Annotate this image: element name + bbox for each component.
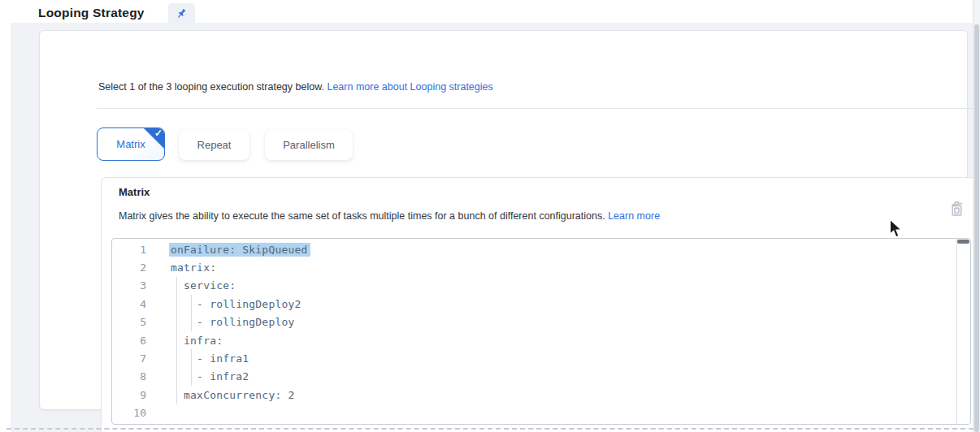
editor-lines: 1onFailure: SkipQueued2matrix:3 service:… [112,240,970,422]
page-title: Looping Strategy [38,6,145,20]
selected-corner: ✓ [143,127,165,149]
pin-button[interactable] [168,3,195,25]
intro-divider [97,108,980,109]
code-line[interactable]: 8 - infra2 [112,368,970,386]
looping-strategy-screen: Looping Strategy Select 1 of the 3 loopi… [0,0,980,432]
line-number: 5 [112,316,146,328]
code-line[interactable]: 1onFailure: SkipQueued [112,240,970,258]
editor-scrollbar-track[interactable] [956,239,970,424]
matrix-description-text: Matrix gives the ability to execute the … [119,210,605,222]
intro-text: Select 1 of the 3 looping execution stra… [98,81,493,93]
page-scrollbar-track[interactable] [973,0,980,432]
code-text[interactable]: matrix: [171,261,216,274]
yaml-editor[interactable]: 1onFailure: SkipQueued2matrix:3 service:… [111,238,971,425]
section-dashed-divider [7,428,973,430]
code-line[interactable]: 7 - infra1 [112,349,970,367]
indent-guide [191,349,192,386]
code-line[interactable]: 10 [112,404,970,422]
indent-guide [191,295,192,331]
matrix-panel-description: Matrix gives the ability to execute the … [119,210,660,222]
delete-strategy-button[interactable] [945,197,968,222]
line-number: 10 [112,407,146,419]
code-text[interactable]: - infra1 [171,352,249,365]
strategy-card: Select 1 of the 3 looping execution stra… [39,30,968,410]
code-text[interactable]: service: [171,279,236,292]
tab-matrix[interactable]: Matrix ✓ [97,127,165,161]
code-text[interactable]: infra: [171,335,223,347]
code-text-selected[interactable]: onFailure: SkipQueued [169,243,310,257]
code-text[interactable]: maxConcurrency: 2 [171,389,295,401]
tab-parallelism-label: Parallelism [283,139,335,151]
line-number: 9 [112,389,146,401]
code-line[interactable]: 6 infra: [112,331,970,349]
code-line[interactable]: 5 - rollingDeploy [112,313,970,331]
code-line[interactable]: 4 - rollingDeploy2 [112,295,970,313]
intro-sentence: Select 1 of the 3 looping execution stra… [98,81,324,93]
matrix-panel-title: Matrix [119,186,150,198]
line-number: 3 [112,279,146,292]
matrix-learn-more-link[interactable]: Learn more [608,210,660,222]
looping-strategies-link[interactable]: Learn more about Looping strategies [327,81,492,93]
check-icon: ✓ [154,127,163,139]
tab-parallelism[interactable]: Parallelism [265,130,353,160]
code-line[interactable]: 3 service: [112,277,970,295]
editor-scrollbar-thumb[interactable] [957,240,969,244]
tab-repeat[interactable]: Repeat [179,130,249,160]
line-number: 1 [112,244,146,256]
code-line[interactable]: 2matrix: [112,258,970,276]
line-number: 8 [112,370,146,382]
code-text[interactable]: - rollingDeploy [171,316,295,328]
page-scrollbar-thumb[interactable] [974,24,979,432]
line-number: 7 [112,352,146,365]
code-line[interactable]: 9 maxConcurrency: 2 [112,386,970,404]
indent-guide [176,277,177,404]
line-number: 6 [112,335,146,347]
tab-matrix-label: Matrix [116,138,145,150]
pushpin-icon [176,7,188,22]
trash-icon [950,201,964,219]
tab-repeat-label: Repeat [197,139,232,151]
line-number: 4 [112,298,146,310]
line-number: 2 [112,261,146,274]
code-text[interactable]: - infra2 [171,370,249,382]
